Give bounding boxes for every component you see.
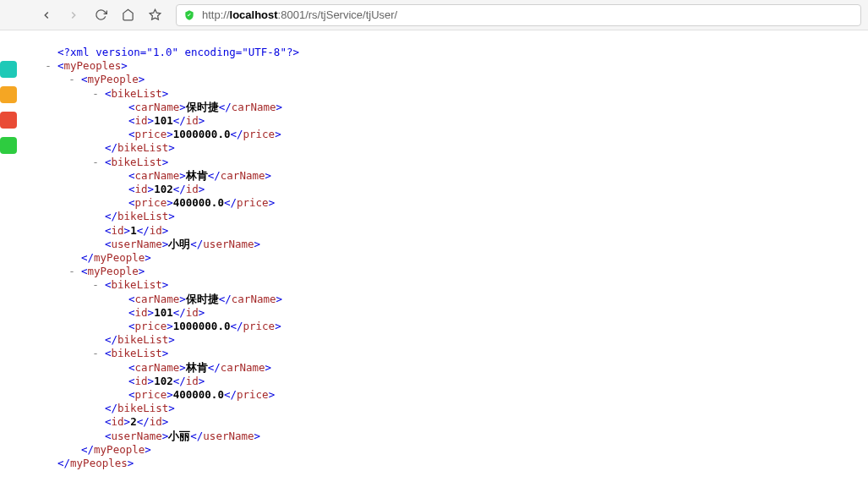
xml-leaf: <price>1000000.0</price>: [32, 128, 868, 141]
bike-close: </bikeList>: [32, 141, 868, 155]
xml-leaf: <price>400000.0</price>: [32, 388, 868, 402]
xml-leaf: <userName>小丽</userName>: [32, 430, 868, 443]
xml-leaf: <price>1000000.0</price>: [32, 320, 868, 333]
xml-leaf: <id>2</id>: [32, 415, 868, 429]
side-app-4[interactable]: [0, 137, 17, 154]
person-open[interactable]: -<myPeople>: [32, 265, 868, 278]
favorite-button[interactable]: [147, 8, 162, 23]
bike-open[interactable]: -<bikeList>: [32, 156, 868, 169]
xml-leaf: <carName>保时捷</carName>: [32, 101, 868, 114]
side-app-2[interactable]: [0, 86, 17, 103]
root-open[interactable]: -<myPeoples>: [32, 59, 868, 73]
xml-viewer: <?xml version="1.0" encoding="UTF-8"?> -…: [0, 30, 868, 470]
bike-close: </bikeList>: [32, 210, 868, 223]
xml-leaf: <carName>林肯</carName>: [32, 361, 868, 375]
address-bar[interactable]: http://localhost:8001/rs/tjService/tjUse…: [176, 4, 861, 26]
xml-leaf: <price>400000.0</price>: [32, 196, 868, 210]
url-text: http://localhost:8001/rs/tjService/tjUse…: [202, 8, 397, 21]
browser-toolbar: http://localhost:8001/rs/tjService/tjUse…: [0, 0, 868, 30]
xml-leaf: <userName>小明</userName>: [32, 238, 868, 251]
person-open[interactable]: -<myPeople>: [32, 73, 868, 86]
bike-open[interactable]: -<bikeList>: [32, 278, 868, 292]
side-app-3[interactable]: [0, 112, 17, 129]
side-apps: [0, 34, 19, 154]
xml-leaf: <id>1</id>: [32, 224, 868, 238]
bike-open[interactable]: -<bikeList>: [32, 347, 868, 360]
security-shield-icon: [183, 9, 195, 21]
xml-leaf: <id>102</id>: [32, 183, 868, 196]
back-button[interactable]: [39, 8, 54, 23]
home-button[interactable]: [120, 8, 135, 23]
svg-marker-0: [150, 9, 161, 19]
xml-leaf: <carName>林肯</carName>: [32, 169, 868, 183]
xml-leaf: <carName>保时捷</carName>: [32, 293, 868, 306]
xml-leaf: <id>102</id>: [32, 375, 868, 388]
person-close: </myPeople>: [32, 443, 868, 457]
side-app-1[interactable]: [0, 61, 17, 78]
bike-open[interactable]: -<bikeList>: [32, 87, 868, 101]
xml-declaration: <?xml version="1.0" encoding="UTF-8"?>: [32, 46, 868, 59]
bike-close: </bikeList>: [32, 333, 868, 347]
xml-leaf: <id>101</id>: [32, 114, 868, 128]
forward-button[interactable]: [66, 8, 81, 23]
xml-leaf: <id>101</id>: [32, 306, 868, 320]
nav-buttons: [39, 8, 162, 23]
bike-close: </bikeList>: [32, 402, 868, 415]
root-close: </myPeoples>: [32, 457, 868, 470]
reload-button[interactable]: [93, 8, 108, 23]
person-close: </myPeople>: [32, 251, 868, 265]
